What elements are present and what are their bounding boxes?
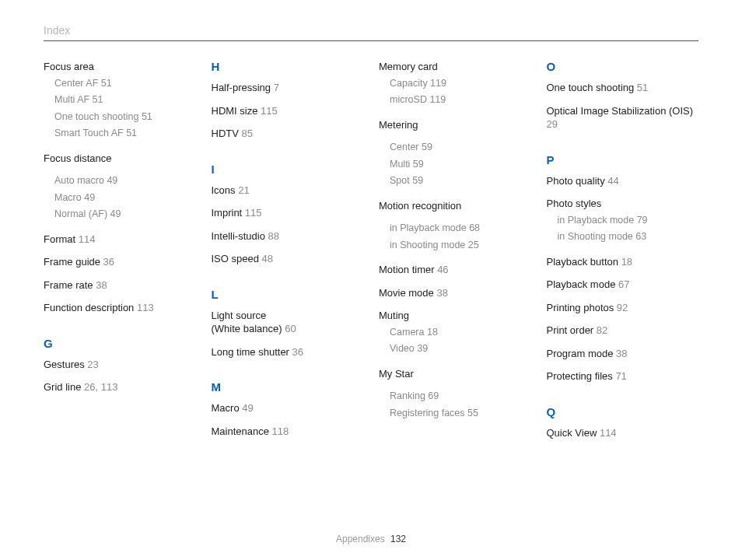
index-entry-term: Movie mode (379, 287, 434, 299)
index-column-3: Memory cardCapacity 119microSD 119Meteri… (379, 60, 531, 450)
index-entry-term: ISO speed (212, 253, 259, 264)
index-entry-term: Intelli-studio (212, 230, 265, 242)
footer: Appendixes 132 (0, 534, 742, 544)
index-entry: Long time shutter 36 (212, 345, 364, 359)
index-entry: One touch shooting 51 (547, 81, 699, 95)
index-entry: Gestures 23 (44, 358, 196, 372)
index-columns: Focus areaCenter AF 51Multi AF 51One tou… (44, 60, 698, 450)
index-entry-term: Grid line (44, 381, 81, 393)
index-column-2: HHalf-pressing 7HDMI size 115HDTV 85IIco… (212, 60, 364, 450)
index-letter: I (212, 163, 364, 176)
index-subentry: in Playback mode 79 (558, 214, 699, 228)
index-entry-page: 18 (618, 256, 632, 268)
index-entry: Grid line 26, 113 (44, 380, 196, 394)
index-subentry: Spot 59 (390, 174, 531, 188)
index-column-1: Focus areaCenter AF 51Multi AF 51One tou… (44, 60, 196, 450)
index-entry: Focus area (44, 60, 196, 74)
index-entry-page: 92 (614, 302, 628, 313)
index-entry-term: Icons (212, 184, 236, 196)
index-letter: P (547, 153, 699, 166)
index-letter: L (212, 288, 364, 301)
index-entry-term: Motion timer (379, 264, 435, 275)
index-entry-page: 46 (435, 264, 449, 275)
index-entry-term: Light source(White balance) (212, 310, 282, 335)
index-entry: Photo styles (547, 197, 699, 211)
index-entry-term: Protecting files (547, 370, 613, 382)
index-entry-page: 118 (269, 425, 289, 437)
index-subentry: Macro 49 (54, 191, 196, 205)
footer-page-number: 132 (390, 534, 406, 544)
index-entry: Protecting files 71 (547, 369, 699, 383)
index-entry-page: 38 (613, 348, 627, 359)
index-subentry: Auto macro 49 (54, 174, 196, 188)
index-subentry: Multi 59 (390, 158, 531, 172)
index-subentry: Ranking 69 (390, 390, 531, 404)
index-subentry: Multi AF 51 (54, 93, 196, 107)
index-entry: HDMI size 115 (212, 104, 364, 118)
index-entry-page: 115 (242, 207, 261, 219)
index-entry: Icons 21 (212, 184, 364, 198)
index-entry-page: 85 (239, 128, 253, 139)
index-entry-page: 7 (271, 82, 279, 93)
index-letter: G (44, 337, 196, 350)
index-subentry: Registering faces 55 (390, 407, 531, 421)
index-entry-term: Playback button (547, 256, 619, 268)
index-entry-term: Playback mode (547, 278, 616, 290)
index-entry: My Star (379, 367, 531, 381)
index-entry-page: 49 (240, 402, 254, 414)
index-entry: Motion recognition (379, 199, 531, 213)
footer-section: Appendixes (336, 534, 385, 544)
index-entry: Program mode 38 (547, 347, 699, 361)
index-entry: Movie mode 38 (379, 286, 531, 300)
index-entry-term: Half-pressing (212, 82, 271, 93)
index-entry-page: 38 (434, 287, 448, 299)
index-entry: Intelli-studio 88 (212, 229, 364, 243)
index-entry: Maintenance 118 (212, 425, 364, 439)
index-entry-page: 114 (75, 233, 95, 245)
index-letter: M (212, 380, 364, 394)
index-entry-term: HDTV (212, 128, 239, 139)
index-letter: H (212, 60, 364, 73)
index-entry-term: Photo quality (547, 175, 605, 187)
index-entry-page: 21 (236, 184, 250, 196)
index-letter: Q (547, 405, 699, 418)
index-entry: Print order 82 (547, 324, 699, 338)
index-entry-term: HDMI size (212, 105, 258, 117)
index-entry-page: 115 (257, 105, 277, 117)
index-entry-term: Program mode (547, 348, 614, 359)
index-subentry: Capacity 119 (390, 77, 531, 91)
index-entry: Light source(White balance) 60 (212, 309, 364, 336)
index-entry: Function description 113 (44, 301, 196, 315)
index-entry: Playback button 18 (547, 255, 699, 269)
index-entry: Printing photos 92 (547, 301, 699, 315)
index-entry: HDTV 85 (212, 127, 364, 141)
index-entry-page: 71 (613, 370, 627, 382)
index-entry-term: Printing photos (547, 302, 614, 313)
index-entry-page: 113 (134, 302, 153, 313)
index-subentry: in Playback mode 68 (390, 222, 531, 236)
index-entry-term: Imprint (212, 207, 243, 219)
index-entry-term: Maintenance (212, 425, 269, 437)
index-subentry: microSD 119 (390, 93, 531, 107)
index-entry-page: 36 (289, 346, 303, 358)
index-entry: Photo quality 44 (547, 174, 699, 188)
index-entry-page: 44 (605, 175, 619, 187)
index-entry-term: Optical Image Stabilization (OIS) (547, 105, 694, 117)
index-subentry: Camera 18 (390, 326, 531, 340)
index-entry-term: Long time shutter (212, 346, 289, 358)
index-subentry: in Shooting mode 25 (390, 239, 531, 253)
header: Index (44, 23, 698, 41)
index-entry-page: 36 (100, 256, 114, 268)
index-entry-page: 48 (259, 253, 273, 264)
index-entry: Optical Image Stabilization (OIS) 29 (547, 104, 699, 131)
index-entry-page: 88 (265, 230, 279, 242)
index-subentry: in Shooting mode 63 (558, 230, 699, 244)
index-entry: Metering (379, 118, 531, 132)
index-entry-page: 67 (615, 278, 629, 290)
index-entry-page: 38 (93, 279, 107, 291)
index-entry: Frame rate 38 (44, 278, 196, 292)
index-entry-page: 114 (597, 427, 616, 439)
index-entry: Half-pressing 7 (212, 81, 364, 95)
index-entry: Frame guide 36 (44, 255, 196, 269)
index-entry: Playback mode 67 (547, 278, 699, 292)
